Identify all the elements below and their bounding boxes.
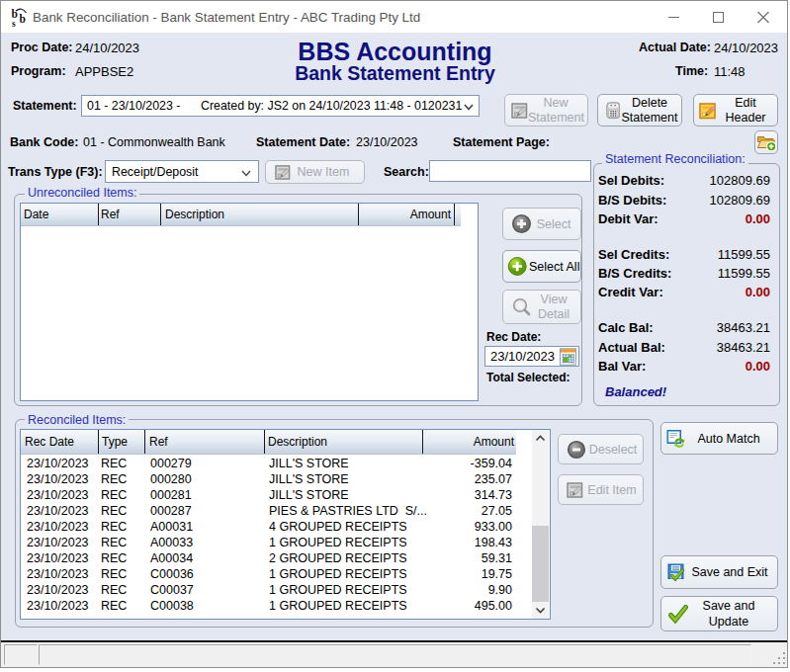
svg-text:s: s xyxy=(12,19,16,28)
svg-text:b: b xyxy=(20,13,26,25)
